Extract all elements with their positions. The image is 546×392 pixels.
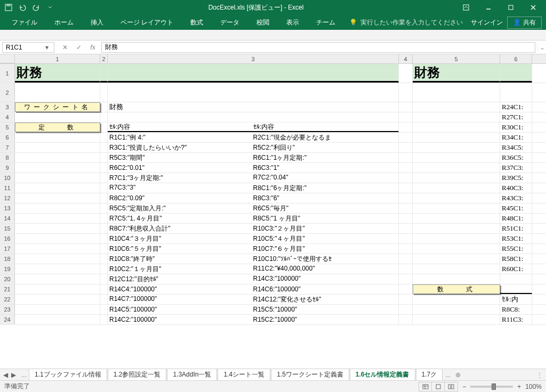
cell[interactable] bbox=[100, 284, 108, 294]
cell[interactable] bbox=[100, 295, 108, 304]
col-header[interactable]: 1 bbox=[15, 54, 100, 63]
tab-view[interactable]: 表示 bbox=[279, 16, 307, 29]
tab-split-handle[interactable]: ⋮ bbox=[533, 371, 546, 379]
row-header[interactable]: 10 bbox=[0, 173, 15, 183]
cell[interactable] bbox=[15, 244, 100, 254]
cell[interactable] bbox=[399, 234, 413, 243]
cell[interactable]: R7C5:"1, 4ヶ月目"R8C5:"1 ヶ月目" bbox=[108, 214, 399, 223]
row-header[interactable]: 9 bbox=[0, 163, 15, 173]
cell[interactable] bbox=[413, 153, 500, 162]
row-header[interactable]: 20 bbox=[0, 274, 15, 284]
cell[interactable]: 財務 bbox=[15, 64, 100, 83]
zoom-in-icon[interactable]: + bbox=[517, 383, 521, 390]
view-normal-icon[interactable] bbox=[419, 382, 432, 391]
cell[interactable] bbox=[399, 112, 413, 122]
cell[interactable] bbox=[15, 305, 100, 314]
tab-file[interactable]: ファイル bbox=[4, 16, 45, 29]
tabs-overflow-right[interactable]: ... bbox=[443, 371, 453, 379]
cell[interactable] bbox=[15, 153, 100, 162]
cell[interactable] bbox=[399, 173, 413, 183]
cell[interactable] bbox=[500, 284, 532, 294]
cell[interactable]: R60C1: bbox=[500, 264, 532, 274]
cell[interactable] bbox=[15, 264, 100, 274]
cell[interactable]: ｾﾙ:内 bbox=[500, 295, 532, 304]
cell[interactable] bbox=[413, 315, 500, 324]
cell[interactable]: R8C7:"利息収入合計"R10C3:"２ヶ月目" bbox=[108, 224, 399, 233]
cell[interactable]: R5C3:"期間"R6C1:"1ヶ月定期:" bbox=[108, 153, 399, 162]
cell[interactable] bbox=[399, 163, 413, 173]
formula-expand-icon[interactable]: ⌄ bbox=[537, 44, 546, 51]
cell[interactable] bbox=[100, 305, 108, 314]
cell[interactable] bbox=[15, 284, 100, 294]
cell[interactable]: R6C2:"0.01"R6C3:"1" bbox=[108, 163, 399, 173]
cell[interactable] bbox=[100, 143, 108, 152]
cell[interactable] bbox=[413, 244, 500, 254]
cell[interactable] bbox=[413, 183, 500, 193]
cell[interactable] bbox=[100, 234, 108, 243]
cell[interactable] bbox=[15, 295, 100, 304]
cell[interactable]: R24C1: bbox=[500, 102, 532, 112]
row-header[interactable]: 19 bbox=[0, 264, 15, 274]
cell[interactable] bbox=[413, 143, 500, 152]
row-header[interactable]: 2 bbox=[0, 83, 15, 102]
zoom-level[interactable]: 100% bbox=[525, 383, 542, 390]
cell[interactable] bbox=[413, 173, 500, 183]
cell[interactable] bbox=[399, 123, 413, 132]
cell[interactable] bbox=[100, 173, 108, 183]
row-header[interactable]: 17 bbox=[0, 244, 15, 254]
cell[interactable] bbox=[100, 224, 108, 233]
cell[interactable] bbox=[413, 133, 500, 142]
cell[interactable] bbox=[399, 224, 413, 233]
tab-home[interactable]: ホーム bbox=[47, 16, 81, 29]
row-header[interactable]: 21 bbox=[0, 284, 15, 294]
cell[interactable]: R10C8:"終了時"R10C10:"ｿﾙﾊﾞｰで使用するｾ bbox=[108, 254, 399, 264]
cell[interactable]: R55C1: bbox=[500, 244, 532, 254]
cell[interactable]: R43C3: bbox=[500, 193, 532, 203]
redo-icon[interactable] bbox=[30, 1, 43, 14]
cell[interactable] bbox=[15, 224, 100, 233]
cell[interactable]: R34C1: bbox=[500, 133, 532, 142]
cell[interactable] bbox=[15, 133, 100, 142]
minimize-icon[interactable] bbox=[478, 1, 499, 14]
zoom-out-icon[interactable]: − bbox=[462, 383, 466, 390]
cell[interactable] bbox=[399, 315, 413, 324]
cell[interactable] bbox=[15, 214, 100, 223]
cell[interactable] bbox=[100, 83, 108, 102]
view-page-layout-icon[interactable] bbox=[432, 382, 445, 391]
share-button[interactable]: 👤 共有 bbox=[507, 17, 542, 29]
cell[interactable]: R11C3: bbox=[500, 315, 532, 324]
cell[interactable] bbox=[399, 153, 413, 162]
tab-nav-prev-icon[interactable]: ◀ bbox=[3, 371, 8, 379]
cell[interactable] bbox=[399, 214, 413, 223]
cell[interactable]: ｾﾙ:内容ｾﾙ:内容 bbox=[108, 123, 399, 132]
cell[interactable] bbox=[15, 315, 100, 324]
cell[interactable]: R7C1:"3ヶ月定期:"R7C2:"0.04" bbox=[108, 173, 399, 183]
cell[interactable]: R37C3: bbox=[500, 163, 532, 173]
row-header[interactable]: 4 bbox=[0, 112, 15, 122]
cell[interactable] bbox=[399, 102, 413, 112]
tab-insert[interactable]: 挿入 bbox=[83, 16, 111, 29]
row-header[interactable]: 16 bbox=[0, 234, 15, 243]
cell[interactable] bbox=[413, 295, 500, 304]
tab-team[interactable]: チーム bbox=[309, 16, 343, 29]
cell[interactable] bbox=[15, 173, 100, 183]
cell[interactable] bbox=[100, 315, 108, 324]
cell[interactable] bbox=[100, 163, 108, 173]
cell[interactable]: R48C1: bbox=[500, 214, 532, 223]
sheet-tab[interactable]: 1.1ブックファイル情報 bbox=[29, 369, 107, 381]
cell[interactable] bbox=[15, 203, 100, 213]
tab-layout[interactable]: ページ レイアウト bbox=[113, 16, 181, 29]
cell[interactable] bbox=[500, 274, 532, 284]
cell[interactable] bbox=[399, 193, 413, 203]
cell[interactable] bbox=[15, 83, 100, 102]
row-header[interactable]: 1 bbox=[0, 64, 15, 83]
cell[interactable] bbox=[100, 274, 108, 284]
cell[interactable] bbox=[399, 274, 413, 284]
cell[interactable]: 定 数 bbox=[15, 123, 100, 132]
col-header[interactable]: 6 bbox=[500, 54, 532, 63]
cell[interactable] bbox=[100, 203, 108, 213]
sheet-tab[interactable]: 1.7ク bbox=[416, 369, 443, 381]
fx-icon[interactable]: fx bbox=[86, 42, 99, 53]
cell[interactable] bbox=[399, 244, 413, 254]
cell[interactable] bbox=[413, 193, 500, 203]
